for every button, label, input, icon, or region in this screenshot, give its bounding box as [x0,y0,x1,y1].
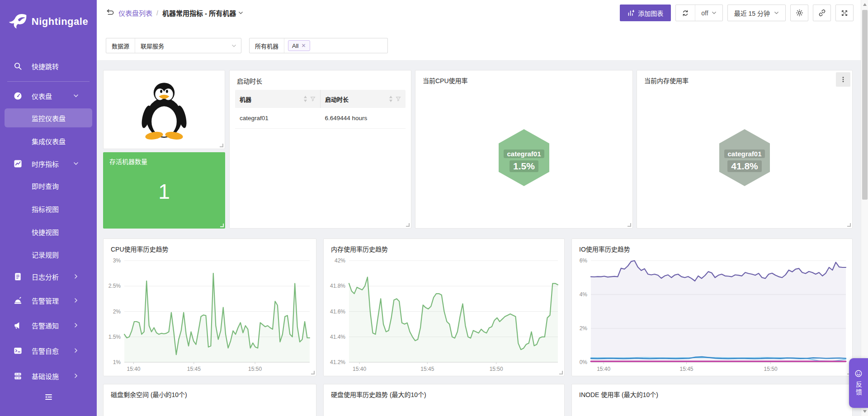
panel-title: INODE 使用率 (最大的10个) [572,384,852,399]
resize-handle[interactable] [220,144,223,147]
scroll-up-arrow[interactable] [861,1,868,8]
sidebar-item-log-analysis[interactable]: 日志分析 [5,267,92,286]
dashboard-icon [14,91,23,100]
machines-tag: All ✕ [288,40,310,51]
panel-tux-image [103,70,225,149]
panel-title: 存活机器数量 [109,157,147,166]
megaphone-icon [14,321,23,330]
machines-select[interactable]: All ✕ [284,38,387,53]
panel-title: 内存使用率历史趋势 [324,239,564,253]
svg-text:15:50: 15:50 [490,366,503,372]
feedback-button[interactable]: 反馈 [849,358,868,408]
tux-penguin-image [104,77,225,140]
sidebar-item-instant-query[interactable]: 即时查询 [5,176,92,195]
sidebar-item-alert-management[interactable]: 告警管理 [5,291,92,310]
svg-text:15:50: 15:50 [764,366,778,372]
sidebar-item-quick-views[interactable]: 快捷视图 [5,222,92,241]
chevron-down-icon [774,10,779,15]
add-chart-button[interactable]: 添加图表 [620,5,671,21]
more-vertical-icon [840,76,846,83]
mem-hexagon[interactable]: categraf01 41.8% [719,129,770,186]
resize-handle[interactable] [847,223,851,227]
share-link-button[interactable] [813,5,831,21]
sidebar-item-integrated-dashboards[interactable]: 集成仪表盘 [5,131,92,150]
svg-text:15:45: 15:45 [420,366,434,372]
sidebar-item-recording-rules[interactable]: 记录规则 [5,245,92,264]
refresh-interval-select[interactable]: off [695,5,722,21]
filter-funnel-icon [310,96,316,102]
io-history-chart[interactable]: 6%4%2%0%15:4015:4515:50 [572,254,852,376]
sidebar-item-alert-notification[interactable]: 告警通知 [5,316,92,335]
svg-text:42%: 42% [335,257,345,264]
svg-text:15:50: 15:50 [248,366,262,372]
close-icon[interactable]: ✕ [301,42,306,49]
alive-count-value: 1 [103,179,225,204]
svg-text:6%: 6% [580,257,588,264]
host-label: categraf01 [724,150,764,158]
cpu-usage-value: 1.5% [509,160,538,172]
panel-title: 当前内存使用率 [637,70,852,85]
sidebar-item-time-series-metrics[interactable]: 时序指标 [5,154,92,173]
brand-name: Nightingale [32,16,88,28]
svg-text:4%: 4% [580,291,588,298]
column-header-machine[interactable]: 机器 [235,90,321,108]
time-range-select[interactable]: 最近 15 分钟 [727,5,786,21]
uptime-table-header: 机器 启动时长 [235,90,406,108]
panel-title: 启动时长 [230,70,411,85]
panel-title: 磁盘剩余空间 (最小的10个) [104,384,316,399]
svg-text:1.5%: 1.5% [108,334,121,340]
page-scrollbar [861,0,868,416]
brand-logo[interactable]: Nightingale [0,0,97,43]
datasource-label: 数据源 [106,38,135,53]
sidebar-item-alert-selfheal[interactable]: 告警自愈 [5,341,92,360]
terminal-icon [14,346,23,355]
resize-handle[interactable] [220,224,224,227]
sidebar: Nightingale 快捷跳转仪表盘监控仪表盘集成仪表盘时序指标即时查询指标视… [0,0,97,416]
svg-text:2%: 2% [113,308,121,315]
svg-text:3%: 3% [113,257,121,264]
logs-icon [14,272,23,281]
column-header-uptime[interactable]: 启动时长 [321,90,406,108]
feedback-label: 反馈 [854,381,863,397]
svg-text:2.5%: 2.5% [108,283,121,289]
nightingale-bird-icon [9,13,28,30]
panel-menu-button[interactable] [836,72,850,87]
sidebar-item-quick-jump[interactable]: 快捷跳转 [5,56,92,75]
svg-text:0%: 0% [580,359,588,365]
cpu-hexagon[interactable]: categraf01 1.5% [499,129,549,186]
resize-handle[interactable] [559,371,563,374]
resize-handle[interactable] [627,223,631,227]
settings-button[interactable] [790,5,808,21]
mem-history-chart[interactable]: 42%41.8%41.6%41.4%41.2%15:4015:4515:50 [324,254,564,376]
back-icon[interactable] [106,9,114,17]
breadcrumb-dashboards-link[interactable]: 仪表盘列表 [118,8,152,18]
resize-handle[interactable] [406,223,410,227]
resize-handle[interactable] [311,371,315,374]
panel-cpu-history: CPU使用率历史趋势 3%2.5%2%1.5%1%15:4015:4515:50 [103,238,316,376]
scroll-down-arrow[interactable] [861,408,868,415]
collapse-sidebar-button[interactable] [0,392,97,402]
gear-icon [796,9,803,17]
svg-text:41.2%: 41.2% [330,359,345,365]
refresh-button[interactable] [676,5,695,21]
machines-filter: 所有机器 All ✕ [249,38,388,53]
datasource-select[interactable]: 联犀服务 [135,38,241,53]
chevron-down-icon [238,10,243,15]
sidebar-item-metric-views[interactable]: 指标视图 [5,199,92,218]
table-row[interactable]: categraf016.649444 hours [235,108,406,129]
sidebar-item-infrastructure[interactable]: 基础设施 [5,366,92,385]
panel-title: 硬盘使用率历史趋势 (最大的10个) [324,384,564,399]
panel-disk-usage: 硬盘使用率历史趋势 (最大的10个) [323,384,565,416]
app-root: Nightingale 快捷跳转仪表盘监控仪表盘集成仪表盘时序指标即时查询指标视… [0,0,868,416]
alarm-icon [14,296,23,305]
filter-bar: 数据源 联犀服务 所有机器 All ✕ [106,38,388,53]
sidebar-item-dashboards[interactable]: 仪表盘 [5,86,92,105]
top-bar: 仪表盘列表 / 机器常用指标 - 所有机器 添加图表 [97,0,861,26]
svg-text:15:40: 15:40 [597,366,610,372]
machines-label: 所有机器 [250,38,284,53]
sidebar-item-monitor-dashboards[interactable]: 监控仪表盘 [5,108,92,127]
cpu-history-chart[interactable]: 3%2.5%2%1.5%1%15:4015:4515:50 [104,254,316,376]
scrollbar-thumb[interactable] [862,10,868,200]
page-title[interactable]: 机器常用指标 - 所有机器 [162,8,243,18]
fullscreen-button[interactable] [835,5,854,21]
